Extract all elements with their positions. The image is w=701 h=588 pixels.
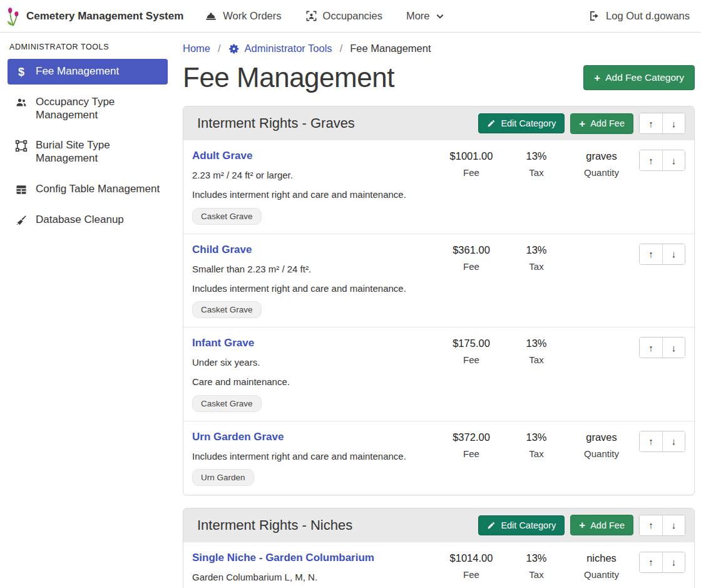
add-fee-category-label: Add Fee Category	[605, 72, 684, 83]
category-move-down-button[interactable]: ↓	[662, 113, 685, 133]
quantity-column	[569, 336, 634, 412]
top-navbar: Cemetery Management System Work Orders O…	[0, 0, 701, 33]
plus-icon: +	[579, 118, 585, 129]
tax-value: 13%	[504, 244, 569, 256]
fee-move-up-button[interactable]: ↑	[640, 150, 662, 170]
fee-type-badge: Casket Grave	[192, 208, 262, 225]
breadcrumb-admin-tools-label: Administrator Tools	[245, 43, 332, 54]
edit-category-button[interactable]: Edit Category	[478, 113, 565, 133]
tax-label: Tax	[504, 261, 569, 272]
category-move-down-button[interactable]: ↓	[662, 515, 685, 535]
quantity-label: Quantity	[569, 167, 634, 178]
tulip-logo-icon	[6, 6, 21, 26]
add-fee-category-button[interactable]: + Add Fee Category	[583, 65, 695, 90]
sidebar: ADMINISTRATOR TOOLS $ Fee Management Occ…	[0, 33, 175, 588]
fee-row: Infant Grave Under six years. Care and m…	[183, 328, 694, 421]
logout-label: Log Out d.gowans	[606, 10, 690, 22]
tax-value: 13%	[504, 431, 569, 443]
fee-move-down-button[interactable]: ↓	[662, 552, 685, 572]
sidebar-item-label: Config Table Management	[36, 183, 160, 196]
breadcrumb-home-link[interactable]: Home	[183, 43, 210, 54]
fee-reorder-group: ↑ ↓	[639, 337, 685, 358]
add-fee-button[interactable]: + Add Fee	[570, 113, 633, 134]
add-fee-label: Add Fee	[590, 118, 625, 128]
page-title: Fee Management	[183, 62, 394, 93]
fee-amount-column: $1001.00 Fee	[439, 148, 504, 225]
tax-column: 13% Tax	[504, 550, 569, 588]
fee-move-up-button[interactable]: ↑	[640, 431, 662, 451]
fee-type-badge: Casket Grave	[192, 395, 262, 412]
tax-value: 13%	[504, 552, 569, 564]
logout-icon	[588, 10, 600, 22]
fee-name-link[interactable]: Child Grave	[192, 244, 252, 255]
fee-row: Urn Garden Grave Includes interment righ…	[183, 421, 694, 495]
tax-column: 13% Tax	[504, 242, 569, 319]
tax-column: 13% Tax	[504, 430, 569, 486]
logout-link[interactable]: Log Out d.gowans	[588, 10, 690, 22]
breadcrumb-separator: /	[340, 43, 343, 54]
category-move-up-button[interactable]: ↑	[640, 113, 662, 133]
sidebar-item-config-table[interactable]: Config Table Management	[8, 177, 168, 202]
fee-type-badge: Casket Grave	[192, 301, 262, 318]
breadcrumb: Home / Administrator Tools / Fee Managem…	[183, 40, 695, 56]
fee-move-up-button[interactable]: ↑	[640, 552, 662, 572]
fee-amount: $175.00	[439, 338, 504, 349]
fee-reorder-group: ↑ ↓	[639, 552, 685, 573]
nav-occupancies[interactable]: Occupancies	[305, 10, 382, 22]
fee-move-down-button[interactable]: ↓	[662, 338, 685, 358]
plus-icon: +	[594, 73, 600, 83]
fee-type-badge: Urn Garden	[192, 469, 254, 486]
fee-amount-column: $361.00 Fee	[439, 242, 504, 319]
edit-category-button[interactable]: Edit Category	[478, 515, 565, 535]
quantity-value: niches	[569, 552, 634, 564]
breadcrumb-home-label: Home	[183, 43, 210, 54]
add-fee-button[interactable]: + Add Fee	[570, 515, 633, 535]
fee-move-up-button[interactable]: ↑	[640, 338, 662, 358]
fee-name-link[interactable]: Urn Garden Grave	[192, 431, 284, 443]
hard-hat-icon	[205, 10, 217, 23]
nav-work-orders-label: Work Orders	[223, 10, 281, 22]
sidebar-item-occupancy-type[interactable]: Occupancy Type Management	[8, 90, 168, 128]
fee-amount-column: $372.00 Fee	[439, 430, 504, 486]
fee-amount-column: $1014.00 Fee	[439, 550, 504, 588]
tax-label: Tax	[504, 167, 569, 178]
sidebar-heading: ADMINISTRATOR TOOLS	[9, 43, 168, 51]
tax-value: 13%	[504, 150, 569, 162]
fee-name-link[interactable]: Adult Grave	[192, 150, 252, 162]
category-header: Interment Rights - Graves Edit Category …	[183, 106, 694, 140]
fee-row: Single Niche - Garden Columbarium Garden…	[183, 542, 694, 588]
nav-work-orders[interactable]: Work Orders	[205, 10, 281, 23]
fee-name-link[interactable]: Single Niche - Garden Columbarium	[192, 552, 374, 564]
fee-row: Adult Grave 2.23 m² / 24 ft² or larger. …	[183, 140, 694, 234]
quantity-column: graves Quantity	[569, 430, 634, 486]
sidebar-item-label: Burial Site Type Management	[36, 139, 160, 165]
fee-description: Includes interment right and care and ma…	[192, 450, 439, 463]
fee-description: Includes interment right and care and ma…	[192, 188, 439, 201]
fee-description: 2.23 m² / 24 ft² or larger.	[192, 169, 439, 182]
fee-move-down-button[interactable]: ↓	[662, 244, 685, 264]
occupancy-frame-icon	[305, 10, 317, 22]
fee-amount: $361.00	[439, 244, 504, 256]
sidebar-item-database-cleanup[interactable]: Database Cleanup	[8, 207, 168, 233]
breadcrumb-current: Fee Management	[350, 43, 431, 54]
fee-move-down-button[interactable]: ↓	[662, 431, 685, 451]
sidebar-item-burial-site-type[interactable]: Burial Site Type Management	[8, 133, 168, 171]
sidebar-item-fee-management[interactable]: $ Fee Management	[8, 59, 168, 85]
fee-move-down-button[interactable]: ↓	[662, 150, 685, 170]
category-move-up-button[interactable]: ↑	[640, 515, 662, 535]
plot-boundary-icon	[15, 140, 28, 152]
tax-column: 13% Tax	[504, 336, 569, 412]
fee-description: Garden Columbarium L, M, N.	[192, 571, 439, 584]
fee-name-link[interactable]: Infant Grave	[192, 337, 254, 349]
nav-more[interactable]: More	[406, 10, 444, 22]
quantity-value: graves	[569, 431, 634, 443]
plus-icon: +	[579, 520, 585, 530]
breadcrumb-admin-tools-link[interactable]: Administrator Tools	[228, 43, 332, 54]
app-brand[interactable]: Cemetery Management System	[6, 6, 183, 26]
gear-icon	[228, 43, 240, 54]
fee-reorder-group: ↑ ↓	[639, 150, 685, 171]
nav-more-label: More	[406, 10, 430, 22]
fee-move-up-button[interactable]: ↑	[640, 244, 662, 264]
dollar-icon: $	[15, 66, 28, 78]
category-header: Interment Rights - Niches Edit Category …	[183, 508, 694, 542]
